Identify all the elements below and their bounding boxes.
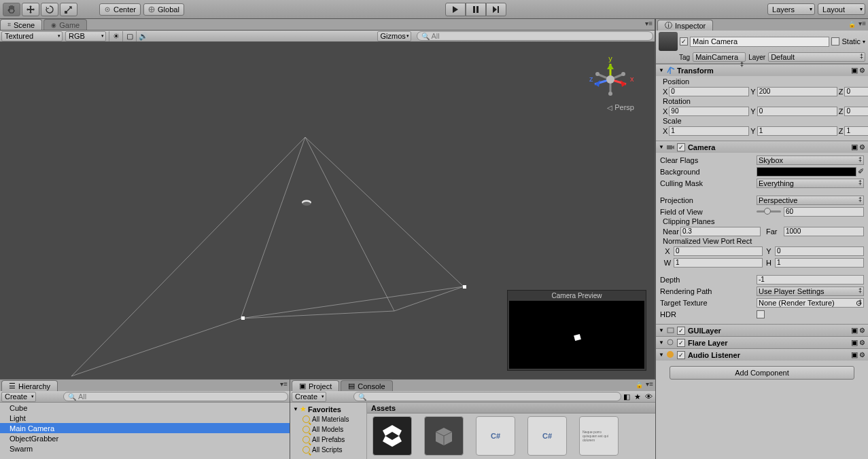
flarelayer-header[interactable]: ▼✓Flare Layer▣⚙	[656, 337, 868, 348]
hidden-packages-icon[interactable]: 👁	[643, 392, 654, 401]
position-z-input[interactable]	[844, 87, 868, 96]
render-mode-dropdown[interactable]: RGB	[65, 31, 106, 41]
favorites-folder[interactable]: ▼★Favorites	[290, 404, 366, 414]
pivot-rotation-button[interactable]: Global	[143, 3, 184, 16]
camera-header[interactable]: ▼ ✓ Camera ▣ ⚙	[656, 141, 868, 153]
gear-icon[interactable]: ⚙	[859, 67, 865, 74]
step-button[interactable]	[486, 3, 506, 16]
clear-flags-dropdown[interactable]: Skybox	[757, 155, 864, 165]
static-dropdown-icon[interactable]: ▾	[863, 39, 865, 45]
help-icon[interactable]: ▣	[851, 326, 858, 335]
gizmos-dropdown[interactable]: Gizmos	[377, 31, 411, 41]
rotation-z-input[interactable]	[844, 107, 868, 116]
gear-icon[interactable]: ⚙	[859, 351, 865, 359]
gameobject-icon[interactable]	[659, 32, 678, 51]
tag-dropdown[interactable]: MainCamera	[693, 52, 746, 62]
help-icon[interactable]: ▣	[851, 66, 858, 75]
rotation-x-input[interactable]	[669, 107, 749, 116]
audiolistener-header[interactable]: ▼✓Audio Listener▣⚙	[656, 349, 868, 361]
far-input[interactable]	[784, 227, 864, 236]
layer-dropdown[interactable]: Default	[768, 52, 865, 62]
assets-breadcrumb[interactable]: Assets	[367, 403, 655, 414]
lock-icon[interactable]: 🔒	[636, 382, 643, 388]
pause-button[interactable]	[466, 3, 486, 16]
flarelayer-enabled-checkbox[interactable]: ✓	[677, 339, 685, 347]
viewport-w-input[interactable]	[674, 258, 763, 268]
viewport-h-input[interactable]	[775, 258, 864, 268]
scene-search-input[interactable]: 🔍 All	[417, 31, 654, 41]
gear-icon[interactable]: ⚙	[859, 143, 865, 151]
shading-mode-dropdown[interactable]: Textured	[1, 31, 63, 41]
scale-y-input[interactable]	[757, 126, 837, 136]
hierarchy-create-dropdown[interactable]: Create	[1, 392, 36, 402]
hierarchy-item[interactable]: Cube	[0, 403, 290, 413]
scale-tool-button[interactable]	[60, 3, 77, 16]
fov-input[interactable]	[784, 207, 864, 217]
project-create-dropdown[interactable]: Create	[292, 392, 326, 402]
favorite-search[interactable]: All Scripts	[290, 445, 366, 455]
position-x-input[interactable]	[669, 87, 749, 96]
panel-options-icon[interactable]: ▾≡	[858, 20, 866, 27]
hierarchy-item[interactable]: Swarm	[0, 443, 290, 454]
favorite-search[interactable]: All Prefabs	[290, 435, 366, 445]
move-tool-button[interactable]	[22, 3, 39, 16]
scene-fx-toggle[interactable]: ▢	[122, 31, 136, 41]
asset-script-1[interactable]: C#	[473, 416, 518, 456]
favorite-search[interactable]: All Models	[290, 424, 366, 435]
projection-dropdown[interactable]: Perspective	[757, 196, 864, 205]
background-color-field[interactable]	[757, 167, 856, 177]
layers-dropdown[interactable]: Layers	[767, 3, 815, 15]
fov-slider[interactable]	[757, 210, 781, 213]
gear-icon[interactable]: ⚙	[859, 339, 865, 346]
gameobject-active-checkbox[interactable]: ✓	[680, 37, 688, 45]
projection-label[interactable]: ◁ Persp	[607, 103, 634, 111]
favorite-search[interactable]: All Materials	[290, 414, 366, 424]
pivot-mode-button[interactable]: Center	[99, 3, 141, 16]
help-icon[interactable]: ▣	[851, 143, 858, 151]
guilayer-enabled-checkbox[interactable]: ✓	[677, 327, 685, 335]
audiolistener-enabled-checkbox[interactable]: ✓	[677, 351, 685, 359]
scene-lighting-toggle[interactable]: ☀	[109, 31, 122, 41]
guilayer-header[interactable]: ▼✓GUILayer▣⚙	[656, 325, 868, 336]
tab-project[interactable]: ▣Project	[292, 380, 339, 391]
add-component-button[interactable]: Add Component	[670, 366, 854, 380]
rotation-y-input[interactable]	[757, 107, 837, 116]
culling-mask-dropdown[interactable]: Everything	[757, 179, 864, 188]
hierarchy-item[interactable]: Main Camera	[0, 423, 290, 433]
gear-icon[interactable]: ⚙	[859, 327, 865, 334]
lock-icon[interactable]: 🔒	[848, 21, 856, 28]
tab-hierarchy[interactable]: ☰Hierarchy	[1, 380, 58, 391]
tab-scene[interactable]: ⌗Scene	[0, 19, 42, 30]
scale-x-input[interactable]	[669, 126, 749, 136]
help-icon[interactable]: ▣	[851, 338, 858, 347]
viewport-y-input[interactable]	[775, 246, 864, 256]
hierarchy-item[interactable]: ObjectGrabber	[0, 433, 290, 443]
asset-cube[interactable]	[421, 416, 466, 456]
transform-header[interactable]: ▼ Transform ▣ ⚙	[656, 65, 868, 76]
layout-dropdown[interactable]: Layout	[818, 3, 865, 15]
near-input[interactable]	[680, 227, 761, 236]
tab-game[interactable]: ◉Game	[44, 19, 87, 30]
rotate-tool-button[interactable]	[41, 3, 58, 16]
project-search-input[interactable]: 🔍	[353, 392, 621, 401]
static-checkbox[interactable]	[831, 37, 839, 45]
play-button[interactable]	[445, 3, 466, 16]
target-texture-field[interactable]: None (Render Texture)⊙	[757, 298, 864, 308]
panel-options-icon[interactable]: ▾≡	[646, 380, 653, 388]
scale-z-input[interactable]	[844, 126, 868, 136]
depth-input[interactable]	[757, 275, 864, 284]
asset-unity-logo[interactable]	[370, 416, 415, 456]
eyedropper-icon[interactable]: ✐	[858, 167, 864, 176]
camera-enabled-checkbox[interactable]: ✓	[677, 143, 685, 151]
scene-audio-toggle[interactable]: 🔊	[136, 31, 150, 41]
search-filter-icon[interactable]: ◧	[621, 392, 632, 401]
help-icon[interactable]: ▣	[851, 350, 858, 359]
rendering-path-dropdown[interactable]: Use Player Settings	[757, 287, 864, 296]
asset-text[interactable]: Neque porro quisquam est qui dolorem	[576, 416, 621, 456]
gameobject-name-input[interactable]	[690, 37, 829, 47]
save-search-icon[interactable]: ★	[632, 392, 643, 401]
panel-options-icon[interactable]: ▾≡	[645, 20, 653, 27]
position-y-input[interactable]	[757, 87, 837, 96]
hierarchy-search-input[interactable]: 🔍 All	[63, 392, 288, 401]
hdr-checkbox[interactable]	[757, 310, 765, 318]
